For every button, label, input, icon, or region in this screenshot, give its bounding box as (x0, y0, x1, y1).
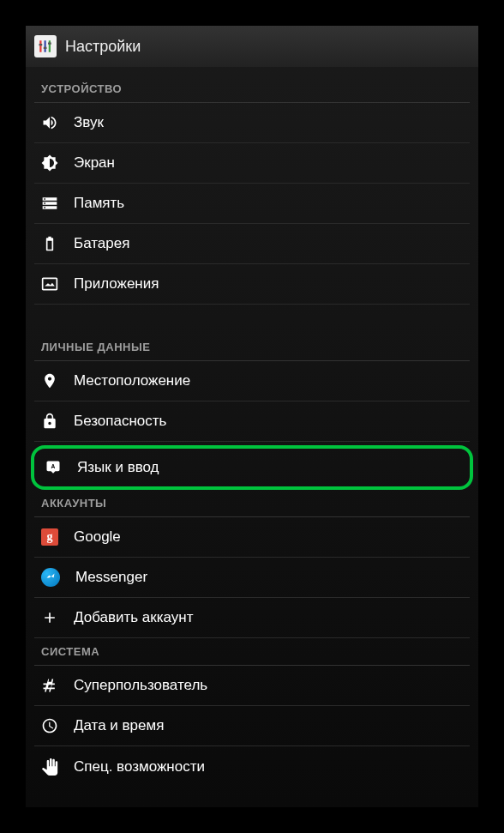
svg-rect-3 (39, 44, 43, 45)
hand-icon (41, 758, 58, 776)
settings-app-icon (34, 35, 57, 57)
row-google-account[interactable]: g Google (34, 517, 470, 558)
row-security[interactable]: Безопасность (34, 401, 470, 442)
section-header-personal: ЛИЧНЫЕ ДАННЫЕ (34, 305, 470, 360)
app-header: Настройки (26, 26, 478, 67)
row-superuser[interactable]: Суперпользователь (34, 666, 470, 706)
row-datetime[interactable]: Дата и время (34, 706, 470, 746)
settings-list: УСТРОЙСТВО Звук Экран Память (26, 67, 478, 787)
svg-rect-4 (44, 47, 47, 49)
row-label: Память (74, 195, 124, 212)
settings-screen: Настройки УСТРОЙСТВО Звук Экран (26, 26, 478, 807)
svg-text:A: A (51, 463, 56, 469)
row-location[interactable]: Местоположение (34, 361, 470, 401)
row-label: Батарея (74, 235, 129, 252)
row-label: Добавить аккаунт (74, 609, 194, 626)
row-messenger-account[interactable]: Messenger (34, 558, 470, 598)
row-label: Google (74, 528, 121, 546)
apps-icon (41, 275, 58, 293)
row-label: Спец. возможности (74, 758, 205, 776)
row-label: Messenger (75, 569, 147, 586)
row-apps[interactable]: Приложения (34, 264, 470, 305)
svg-rect-0 (39, 40, 41, 52)
svg-rect-2 (49, 40, 51, 52)
svg-rect-5 (48, 43, 51, 45)
location-icon (41, 372, 58, 389)
highlight-annotation: A Язык и ввод (31, 445, 473, 490)
row-label: Звук (74, 114, 104, 131)
row-label: Суперпользователь (74, 677, 207, 694)
section-header-system: СИСТЕМА (34, 638, 470, 665)
row-storage[interactable]: Память (34, 184, 470, 224)
language-icon: A (45, 459, 62, 476)
page-title: Настройки (65, 38, 141, 56)
lock-icon (41, 413, 58, 430)
section-header-device: УСТРОЙСТВО (34, 67, 470, 102)
row-label: Язык и ввод (77, 459, 159, 476)
plus-icon (41, 609, 58, 626)
hash-icon (41, 677, 58, 694)
row-label: Экран (74, 154, 115, 172)
row-language-input[interactable]: A Язык и ввод (38, 449, 466, 486)
row-display[interactable]: Экран (34, 143, 470, 184)
clock-icon (41, 717, 58, 734)
row-battery[interactable]: Батарея (34, 224, 470, 264)
messenger-icon (41, 568, 60, 587)
storage-icon (41, 195, 58, 212)
row-sound[interactable]: Звук (34, 103, 470, 143)
sound-icon (41, 114, 58, 131)
row-label: Дата и время (74, 717, 164, 734)
svg-rect-1 (45, 40, 46, 52)
row-label: Местоположение (74, 372, 190, 389)
row-add-account[interactable]: Добавить аккаунт (34, 598, 470, 638)
display-icon (41, 154, 58, 172)
row-accessibility[interactable]: Спец. возможности (34, 746, 470, 787)
row-label: Приложения (74, 275, 159, 293)
device-frame: Настройки УСТРОЙСТВО Звук Экран (0, 0, 504, 833)
battery-icon (41, 235, 58, 252)
row-label: Безопасность (74, 413, 166, 430)
google-icon: g (41, 528, 58, 546)
section-header-accounts: АККАУНТЫ (34, 493, 470, 516)
